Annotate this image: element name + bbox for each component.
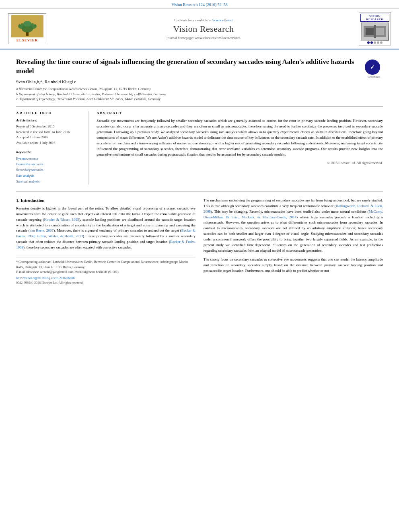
paper-authors: Sven Ohl a,b,*, Reinhold Kliegl c <box>16 79 361 84</box>
svg-rect-11 <box>376 28 384 35</box>
journal-citation: Vision Research 124 (2016) 52–58 <box>171 2 227 7</box>
doi-link: http://dx.doi.org/10.1016/j.visres.2016.… <box>16 276 195 280</box>
paper-title-text: Revealing the time course of signals inf… <box>16 58 361 102</box>
footnote-email-link[interactable]: svenohl@googlemail.com, sven.ohl@bccn-be… <box>40 270 119 274</box>
affiliation-b: b Department of Psychology, Humboldt Uni… <box>16 92 361 97</box>
section1-para1: Receptor density is highest in the fovea… <box>16 206 195 251</box>
footer-copyright: 0042-6989/© 2016 Elsevier Ltd. All right… <box>16 281 195 285</box>
received-date: Received 5 September 2015 <box>16 124 82 129</box>
keyword-survival-analysis[interactable]: Survival analysis <box>16 179 82 184</box>
article-info-panel: ARTICLE INFO Article history: Received 5… <box>16 111 88 185</box>
svg-rect-12 <box>374 25 376 38</box>
paper-title-section: Revealing the time course of signals inf… <box>16 58 383 107</box>
journal-title: Vision Research <box>48 24 359 34</box>
svg-point-6 <box>33 23 35 25</box>
article-info-abstract: ARTICLE INFO Article history: Received 5… <box>16 111 383 191</box>
svg-point-7 <box>27 20 28 21</box>
keywords-label: Keywords: <box>16 150 82 154</box>
available-date: Available online 1 July 2016 <box>16 140 82 146</box>
ref-becker-fuchs-2[interactable]: Becker & Fuchs, 1969 <box>16 240 195 249</box>
keywords-section: Keywords: Eye movements Corrective sacca… <box>16 150 82 185</box>
journal-homepage: journal homepage: www.elsevier.com/locat… <box>48 36 359 40</box>
ref-mccamy[interactable]: McCamy, Otero-Millan, Di Stasi, Macknik,… <box>204 210 383 219</box>
elsevier-tree-icon <box>11 15 43 37</box>
doi-anchor[interactable]: http://dx.doi.org/10.1016/j.visres.2016.… <box>16 276 75 280</box>
journal-citation-bar: Vision Research 124 (2016) 52–58 <box>0 0 399 9</box>
ref-hollingworth[interactable]: Hollingworth, Richard, & Luck, 2008 <box>204 204 383 214</box>
revised-date: Received in revised form 14 June 2016 <box>16 129 82 135</box>
paper-container: Revealing the time course of signals inf… <box>0 49 399 293</box>
abstract-text: Saccadic eye movements are frequently fo… <box>97 118 383 158</box>
elsevier-wordmark: ELSEVIER <box>16 38 38 42</box>
vr-logo-dots <box>367 41 383 44</box>
affiliation-a: a Bernstein Center for Computational Neu… <box>16 86 361 92</box>
svg-point-4 <box>23 21 31 27</box>
keyword-rate-analysis[interactable]: Rate analysis <box>16 173 82 179</box>
abstract-section: ABSTRACT Saccadic eye movements are freq… <box>97 111 383 185</box>
elsevier-logo: ELSEVIER <box>8 13 48 44</box>
journal-name-section: Contents lists available at ScienceDirec… <box>48 18 359 40</box>
keyword-eye-movements[interactable]: Eye movements <box>16 156 82 161</box>
crossmark-section: ✓ CrossMark <box>365 60 383 78</box>
footnote-bar: * Corresponding author at: Humboldt Univ… <box>16 257 195 285</box>
section1-title: 1. Introduction <box>16 198 195 203</box>
journal-header: ELSEVIER Contents lists available at Sci… <box>0 9 399 49</box>
affiliation-c: c Department of Psychology, Universität … <box>16 97 361 102</box>
svg-rect-10 <box>366 28 374 35</box>
accepted-date: Accepted 15 June 2016 <box>16 135 82 140</box>
ref-vanbeers[interactable]: van Beers, 2007 <box>30 228 53 232</box>
abstract-title: ABSTRACT <box>97 111 383 115</box>
vr-logo-label: VISION RESEARCH <box>360 14 389 22</box>
contents-line: Contents lists available at ScienceDirec… <box>48 18 359 22</box>
body-left-column: 1. Introduction Receptor density is high… <box>16 198 195 285</box>
article-info-title: ARTICLE INFO <box>16 111 82 115</box>
vision-research-logo: VISION RESEARCH <box>359 12 391 45</box>
section1-para2: The mechanisms underlying the programmin… <box>204 198 383 254</box>
ref-kowler-blaser[interactable]: Kowler & Blaser, 1995 <box>44 218 79 222</box>
sciencedirect-link[interactable]: ScienceDirect <box>212 18 232 22</box>
crossmark-label: CrossMark <box>365 75 383 78</box>
article-history: Article history: Received 5 September 20… <box>16 118 82 146</box>
affiliations: a Bernstein Center for Computational Neu… <box>16 86 361 102</box>
keyword-secondary-saccades[interactable]: Secondary saccades <box>16 167 82 173</box>
crossmark-icon: ✓ <box>365 60 380 75</box>
history-label: Article history: <box>16 118 82 122</box>
keyword-corrective-saccades[interactable]: Corrective saccades <box>16 161 82 167</box>
paper-title: Revealing the time course of signals inf… <box>16 58 361 76</box>
abstract-copyright: © 2016 Elsevier Ltd. All rights reserved… <box>97 161 383 165</box>
footnote-email: E-mail addresses: svenohl@googlemail.com… <box>16 270 195 275</box>
vr-logo-image <box>361 23 389 41</box>
footnote-star: * Corresponding author at: Humboldt Univ… <box>16 260 195 270</box>
body-columns: 1. Introduction Receptor density is high… <box>16 198 383 285</box>
section1-para3: The strong focus on secondary saccades a… <box>204 257 383 274</box>
svg-point-5 <box>20 23 21 25</box>
body-right-column: The mechanisms underlying the programmin… <box>204 198 383 285</box>
